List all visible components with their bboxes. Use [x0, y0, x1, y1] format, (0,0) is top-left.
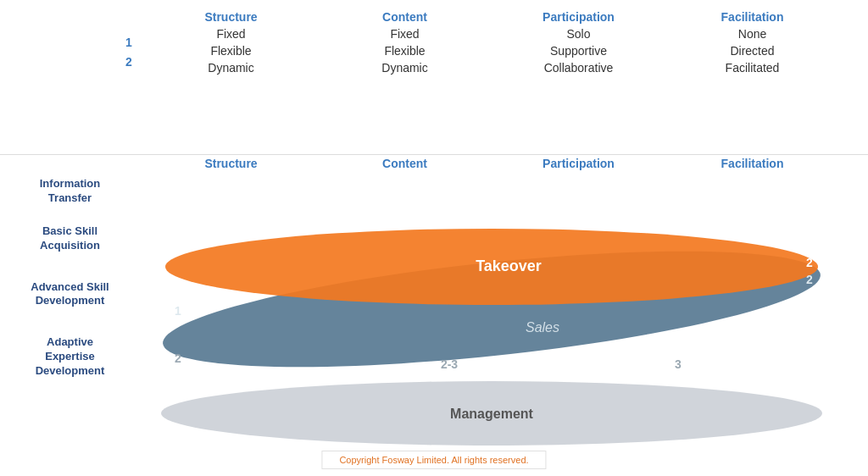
row-num-2: 2 — [125, 55, 132, 69]
col-header-participation: Participation — [492, 8, 665, 25]
row2-facilitation: Directed — [665, 42, 839, 59]
management-label: Management — [450, 407, 533, 421]
row3-content: Dynamic — [318, 59, 492, 76]
num-23-bottom-mid: 2-3 — [441, 357, 458, 371]
num-2-right-orange: 2 — [806, 256, 813, 269]
row-num-1: 1 — [125, 36, 132, 49]
main-container: Structure Content Participation Facilita… — [0, 0, 868, 476]
row3-structure: Dynamic — [144, 59, 318, 76]
num-2-right-blue: 2 — [806, 273, 813, 286]
row2-structure: Flexible — [144, 42, 318, 59]
row1-structure: Fixed — [144, 25, 318, 42]
sales-label: Sales — [526, 320, 559, 335]
num-3-bottom-right: 3 — [675, 357, 682, 371]
label-advanced-skill: Advanced SkillDevelopment — [4, 277, 136, 313]
row3-facilitation: Facilitated — [665, 59, 839, 76]
bottom-header-facilitation: Facilitation — [665, 157, 839, 170]
diagram-svg: Takeover Sales Management 1 2 2 2 2-3 3 — [136, 174, 848, 462]
label-adaptive-expertise: AdaptiveExpertiseDevelopment — [4, 332, 136, 382]
top-grid: Structure Content Participation Facilita… — [144, 8, 839, 76]
bottom-section: Structure Content Participation Facilita… — [0, 157, 868, 442]
num-2-bottom-left: 2 — [175, 351, 181, 365]
col-header-facilitation: Facilitation — [665, 8, 839, 25]
bottom-headers: Structure Content Participation Facilita… — [144, 157, 839, 170]
row2-participation: Supportive — [492, 42, 665, 59]
bottom-header-participation: Participation — [492, 157, 665, 170]
row3-participation: Collaborative — [492, 59, 665, 76]
num-1-left: 1 — [175, 304, 181, 318]
row1-content: Fixed — [318, 25, 492, 42]
col-header-content: Content — [318, 8, 492, 25]
row2-content: Flexible — [318, 42, 492, 59]
left-labels: InformationTransfer Basic SkillAcquisiti… — [4, 174, 136, 382]
bottom-header-content: Content — [318, 157, 492, 170]
row1-participation: Solo — [492, 25, 665, 42]
bottom-header-structure: Structure — [144, 157, 318, 170]
footer: Copyright Fosway Limited. All rights res… — [321, 451, 546, 469]
col-header-structure: Structure — [144, 8, 318, 25]
row1-facilitation: None — [665, 25, 839, 42]
label-basic-skill: Basic SkillAcquisition — [4, 221, 136, 257]
takeover-label: Takeover — [476, 257, 542, 274]
label-information-transfer: InformationTransfer — [4, 174, 136, 209]
section-divider — [0, 154, 868, 155]
